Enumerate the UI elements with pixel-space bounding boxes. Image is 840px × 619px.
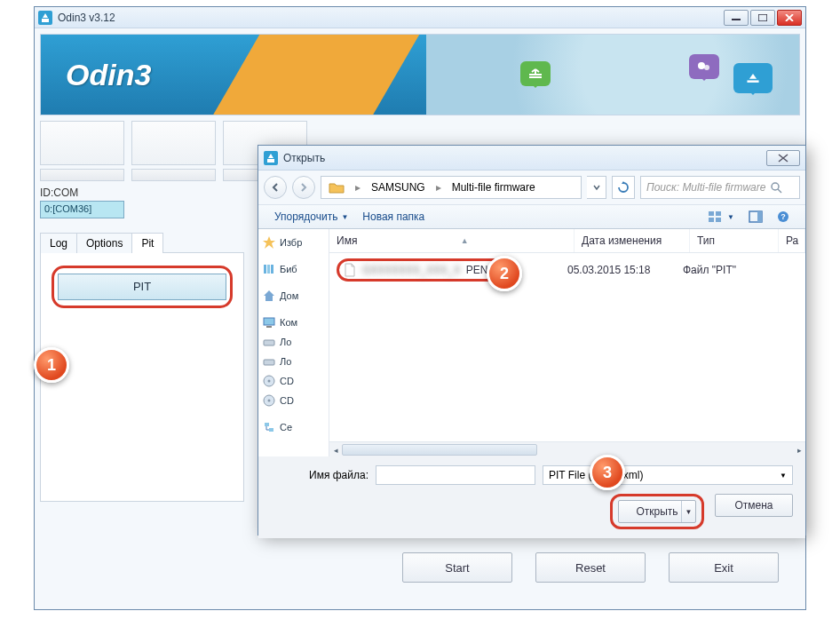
file-icon bbox=[343, 263, 357, 277]
svg-point-5 bbox=[698, 62, 705, 69]
dialog-title: Открыть bbox=[283, 152, 766, 164]
folder-icon bbox=[329, 181, 345, 194]
svg-text:?: ? bbox=[781, 212, 786, 221]
nav-libraries[interactable]: Биб bbox=[260, 259, 327, 279]
progress-bar bbox=[131, 169, 216, 181]
reset-button[interactable]: Reset bbox=[535, 552, 646, 583]
pin-icon bbox=[520, 61, 551, 86]
dialog-close-button[interactable] bbox=[766, 150, 800, 166]
nav-drive[interactable]: Ло bbox=[260, 352, 327, 371]
callout-badge-2: 2 bbox=[487, 256, 522, 291]
breadcrumb-segment[interactable]: SAMSUNG bbox=[364, 177, 432, 198]
pin-icon bbox=[689, 54, 719, 79]
nav-computer[interactable]: Ком bbox=[260, 313, 327, 332]
nav-cd-drive[interactable]: CD bbox=[260, 391, 327, 410]
tabs: Log Options Pit PIT bbox=[40, 233, 244, 502]
column-date[interactable]: Дата изменения bbox=[575, 229, 690, 252]
search-input[interactable]: Поиск: Multi-file firmware bbox=[640, 176, 800, 199]
cd-icon bbox=[262, 374, 276, 388]
filename-input[interactable] bbox=[376, 465, 535, 485]
column-name[interactable]: Имя▲ bbox=[329, 229, 575, 252]
exit-button[interactable]: Exit bbox=[669, 552, 779, 583]
svg-rect-21 bbox=[271, 265, 273, 274]
tab-pit[interactable]: Pit bbox=[131, 233, 163, 253]
file-open-dialog: Открыть ▸ SAMSUNG ▸ Multi-file firmware … bbox=[258, 145, 806, 536]
library-icon bbox=[262, 262, 276, 276]
open-button[interactable]: Открыть ▼ bbox=[618, 500, 696, 523]
search-placeholder: Поиск: Multi-file firmware bbox=[646, 181, 765, 194]
tab-options[interactable]: Options bbox=[76, 233, 132, 253]
svg-rect-11 bbox=[709, 211, 714, 216]
breadcrumb-segment[interactable]: Multi-file firmware bbox=[445, 177, 543, 198]
search-icon bbox=[771, 182, 782, 194]
refresh-button[interactable] bbox=[612, 176, 635, 199]
back-button[interactable] bbox=[264, 176, 287, 199]
dialog-footer: Имя файла: PIT File (*.pit, *.xml) ▼ Отк… bbox=[258, 456, 805, 538]
nav-homegroup[interactable]: Дом bbox=[260, 286, 327, 306]
column-size[interactable]: Ра bbox=[779, 229, 805, 252]
network-icon bbox=[262, 420, 276, 434]
app-icon bbox=[264, 151, 278, 165]
dialog-navbar: ▸ SAMSUNG ▸ Multi-file firmware Поиск: M… bbox=[258, 171, 805, 204]
svg-rect-2 bbox=[732, 19, 741, 20]
chevron-right-icon: ▸ bbox=[352, 177, 364, 198]
cancel-button[interactable]: Отмена bbox=[715, 494, 793, 517]
forward-button[interactable] bbox=[292, 176, 315, 199]
svg-rect-19 bbox=[264, 265, 266, 274]
nav-favorites[interactable]: Избр bbox=[260, 233, 327, 252]
close-button[interactable] bbox=[777, 10, 802, 26]
nav-drive[interactable]: Ло bbox=[260, 332, 327, 352]
help-button[interactable]: ? bbox=[770, 209, 796, 225]
highlight-open: Открыть ▼ bbox=[610, 494, 704, 529]
horizontal-scrollbar[interactable]: ◂ ▸ bbox=[329, 441, 805, 456]
dialog-toolbar: Упорядочить ▼ Новая папка ▼ ? bbox=[258, 204, 805, 229]
file-name-blurred: GXXXXXXX_XXX_X bbox=[362, 264, 461, 276]
app-icon bbox=[38, 11, 52, 25]
svg-rect-1 bbox=[42, 19, 49, 22]
scroll-thumb[interactable] bbox=[342, 444, 537, 456]
new-folder-button[interactable]: Новая папка bbox=[355, 209, 432, 225]
chevron-down-icon[interactable]: ▼ bbox=[681, 501, 695, 522]
organize-menu[interactable]: Упорядочить ▼ bbox=[267, 209, 355, 225]
port-cell bbox=[40, 121, 124, 165]
minimize-button[interactable] bbox=[724, 10, 749, 26]
scroll-left-icon[interactable]: ◂ bbox=[329, 442, 342, 457]
breadcrumb-bar[interactable]: ▸ SAMSUNG ▸ Multi-file firmware bbox=[321, 176, 582, 199]
nav-cd-drive[interactable]: CD bbox=[260, 371, 327, 391]
svg-rect-9 bbox=[267, 159, 274, 163]
pit-button[interactable]: PIT bbox=[58, 274, 226, 300]
filename-label: Имя файла: bbox=[271, 469, 368, 481]
scroll-right-icon[interactable]: ▸ bbox=[793, 442, 805, 457]
idcom-field[interactable]: 0:[COM36] bbox=[40, 201, 124, 218]
dialog-titlebar: Открыть bbox=[258, 146, 805, 171]
breadcrumb-dropdown[interactable] bbox=[587, 176, 606, 199]
start-button[interactable]: Start bbox=[402, 552, 512, 583]
svg-rect-31 bbox=[269, 428, 273, 432]
svg-point-29 bbox=[268, 400, 271, 402]
highlight-pit: PIT bbox=[52, 266, 233, 308]
svg-point-10 bbox=[772, 183, 779, 190]
maximize-button[interactable] bbox=[750, 10, 775, 26]
computer-icon bbox=[262, 315, 276, 329]
tab-log[interactable]: Log bbox=[40, 233, 77, 253]
svg-rect-16 bbox=[757, 211, 762, 222]
column-type[interactable]: Тип bbox=[690, 229, 779, 252]
svg-rect-7 bbox=[747, 80, 758, 82]
nav-network[interactable]: Се bbox=[260, 417, 327, 437]
view-menu[interactable]: ▼ bbox=[701, 209, 741, 225]
svg-point-27 bbox=[268, 380, 271, 383]
file-list: Имя▲ Дата изменения Тип Ра GXXXXXXX_XXX_… bbox=[329, 229, 805, 456]
window-title: Odin3 v3.12 bbox=[58, 12, 724, 24]
svg-rect-4 bbox=[529, 76, 542, 78]
svg-rect-14 bbox=[716, 218, 721, 222]
svg-point-6 bbox=[704, 65, 709, 70]
svg-rect-12 bbox=[716, 211, 721, 216]
svg-rect-22 bbox=[264, 318, 274, 325]
callout-badge-3: 3 bbox=[590, 455, 625, 490]
home-icon bbox=[262, 289, 276, 303]
file-type-filter[interactable]: PIT File (*.pit, *.xml) ▼ bbox=[543, 465, 793, 485]
drive-icon bbox=[262, 335, 276, 349]
file-row[interactable]: GXXXXXXX_XXX_XPEN.pit 05.03.2015 15:18 Ф… bbox=[329, 253, 805, 287]
svg-rect-20 bbox=[267, 265, 270, 274]
preview-pane-button[interactable] bbox=[741, 209, 770, 225]
